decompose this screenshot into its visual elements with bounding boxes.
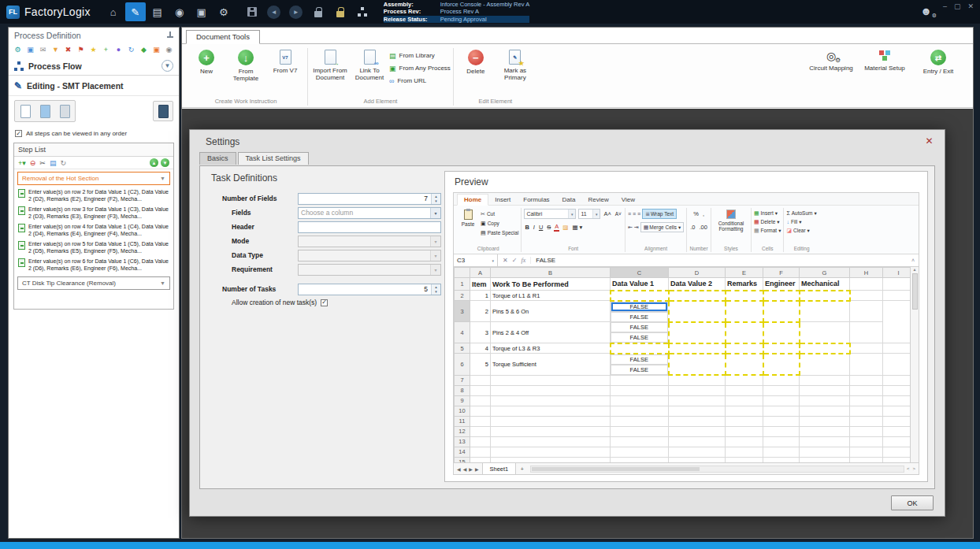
expand-all-icon[interactable]: ▲ (150, 158, 158, 167)
delete-cells-button[interactable]: ▦Delete▾ (754, 217, 780, 226)
cell-H5[interactable] (850, 343, 883, 354)
dropdown-arrow-icon[interactable]: ▾ (430, 265, 440, 275)
cell-H13[interactable] (850, 436, 883, 447)
cell-B6[interactable]: Torque Sufficient (491, 354, 611, 376)
cell-F9[interactable] (763, 395, 800, 406)
cell-B10[interactable] (491, 406, 611, 416)
home-icon[interactable]: ⌂ (103, 2, 124, 21)
conditional-formatting-button[interactable]: Conditional Formatting (714, 221, 748, 232)
from-library-button[interactable]: ▤ From Library (389, 50, 451, 61)
spinner-buttons[interactable]: ▴▾ (431, 194, 440, 204)
cell-I7[interactable] (883, 375, 911, 385)
package-icon[interactable]: ▤ (147, 2, 168, 21)
cell-I6[interactable] (850, 354, 883, 376)
cell-G14[interactable] (800, 447, 850, 457)
cell-G12[interactable] (800, 426, 850, 436)
cell-I14[interactable] (883, 447, 911, 457)
row-header-13[interactable]: 13 (455, 436, 470, 447)
cell-B4[interactable]: Pins 2 & 4 Off (491, 322, 611, 343)
cell-G1[interactable]: Mechanical (800, 278, 850, 291)
cell-G10[interactable] (800, 406, 850, 416)
cell-A5[interactable]: 4 (470, 343, 491, 354)
column-header-I[interactable]: I (883, 268, 911, 278)
excel-tab-home[interactable]: Home (457, 194, 488, 206)
disc-icon[interactable]: ◉ (169, 2, 190, 21)
indent-increase-icon[interactable]: ⇥ (634, 224, 638, 231)
increase-decimal-button[interactable]: .0 (689, 224, 696, 231)
cell-I5[interactable] (883, 343, 911, 354)
settings-gear-icon[interactable]: ⚙ (213, 2, 234, 21)
conditional-formatting-icon[interactable] (726, 210, 736, 219)
chevron-down-icon[interactable]: ▼ (160, 280, 165, 286)
cell-C10[interactable] (611, 406, 669, 416)
cell-F7[interactable] (763, 375, 800, 385)
cell-F3[interactable] (726, 301, 763, 322)
font-color-button[interactable]: A (554, 223, 559, 232)
data-type-dropdown[interactable]: ▾ (298, 250, 441, 262)
cell-G15[interactable] (800, 457, 850, 462)
cell-G2[interactable] (800, 291, 850, 301)
column-header-C[interactable]: C (611, 268, 669, 278)
cell-A2[interactable]: 1 (470, 291, 491, 301)
collapse-all-icon[interactable]: ▼ (161, 158, 169, 167)
flag-icon[interactable]: ⚑ (76, 44, 86, 54)
cell-C1[interactable]: Data Value 1 (611, 278, 669, 291)
from-any-process-button[interactable]: ▣ From Any Process (389, 63, 451, 73)
cell-A12[interactable] (470, 426, 491, 436)
mode-dropdown[interactable]: ▾ (298, 236, 441, 247)
row-header-5[interactable]: 5 (455, 343, 470, 354)
add-sheet-button[interactable]: + (516, 466, 528, 472)
cell-F1[interactable]: Engineer (763, 278, 800, 291)
step-list-item[interactable]: Enter value(s) on row 3 for Data Value 1… (17, 206, 171, 221)
cell-H1[interactable] (850, 278, 883, 291)
cell-I8[interactable] (883, 385, 911, 395)
row-header-7[interactable]: 7 (455, 375, 470, 385)
cell-A8[interactable] (470, 385, 491, 395)
cell-E11[interactable] (726, 416, 763, 426)
cell-E13[interactable] (726, 436, 763, 447)
user-settings-icon[interactable]: ☻ (920, 5, 932, 17)
cell-E14[interactable] (726, 447, 763, 457)
tab-task-list-settings[interactable]: Task List Settings (238, 152, 309, 165)
row-header-14[interactable]: 14 (455, 447, 470, 457)
allow-new-tasks-checkbox[interactable]: ✓ (321, 299, 328, 306)
cell-G5[interactable] (800, 343, 850, 354)
confirm-entry-icon[interactable]: ✓ (512, 257, 518, 264)
back-icon[interactable]: ◄ (264, 2, 284, 21)
refresh-steps-icon[interactable]: ↻ (60, 159, 66, 167)
cell-A10[interactable] (470, 406, 491, 416)
formula-input[interactable]: FALSE (531, 257, 908, 264)
cell-H9[interactable] (850, 395, 883, 406)
column-header-H[interactable]: H (850, 268, 883, 278)
cell-F15[interactable] (763, 457, 800, 462)
remove-step-icon[interactable]: ⊖ (30, 159, 36, 167)
dropdown-arrow-icon[interactable]: ▾ (430, 208, 440, 218)
cell-D7[interactable] (669, 375, 726, 385)
step-list-item[interactable]: Enter value(s) on row 4 for Data Value 1… (17, 223, 171, 238)
decrease-decimal-button[interactable]: .00 (699, 224, 708, 231)
insert-cells-button[interactable]: ▦Insert▾ (754, 209, 778, 217)
cell-A7[interactable] (470, 375, 491, 385)
cell-H12[interactable] (850, 426, 883, 436)
link-to-document-button[interactable]: ∞ Link To Document (350, 46, 389, 81)
cell-F12[interactable] (763, 426, 800, 436)
save-icon[interactable] (242, 2, 262, 21)
cell-C14[interactable] (611, 447, 669, 457)
cell-D3[interactable]: FALSE (611, 312, 668, 322)
indent-decrease-icon[interactable]: ⇤ (628, 224, 632, 231)
cell-D1[interactable]: Data Value 2 (669, 278, 726, 291)
active-step-group[interactable]: Removal of the Hot Section ▼ (17, 172, 170, 185)
record-icon[interactable]: ◉ (164, 44, 174, 54)
cell-H10[interactable] (850, 406, 883, 416)
cell-B3[interactable]: Pins 5 & 6 On (491, 301, 611, 322)
row-header-3[interactable]: 3 (455, 301, 470, 322)
row-header-15[interactable]: 15 (455, 457, 470, 462)
column-header-G[interactable]: G (800, 268, 850, 278)
cell-C5[interactable] (611, 343, 669, 354)
sheet-nav[interactable]: ◀ ◀ ▶ ▶ (454, 466, 482, 472)
fill-button[interactable]: ↓Fill▾ (786, 217, 801, 226)
cell-A1[interactable]: Item (470, 278, 491, 291)
header-input[interactable] (298, 221, 441, 233)
cell-B15[interactable] (491, 457, 611, 462)
cell-D12[interactable] (669, 426, 726, 436)
